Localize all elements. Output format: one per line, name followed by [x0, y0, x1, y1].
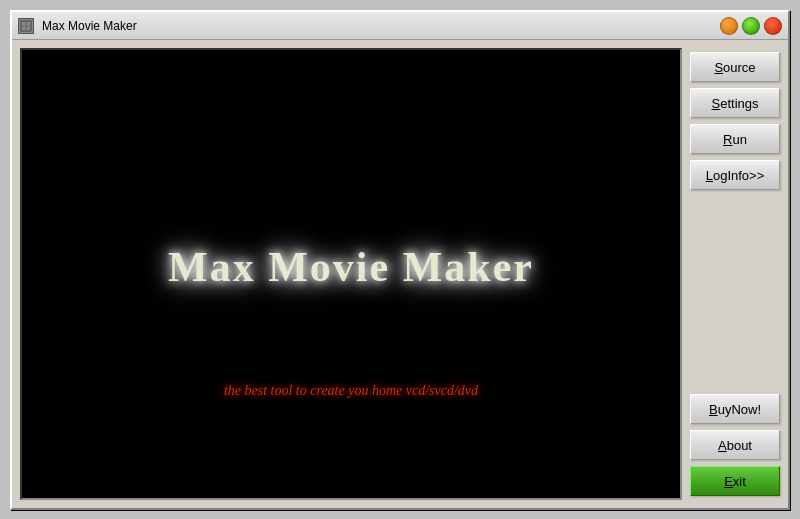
loginfo-button[interactable]: LogInfo>>: [690, 160, 780, 190]
window-title: Max Movie Maker: [42, 19, 712, 33]
window-content: Max Movie Maker the best tool to create …: [12, 40, 788, 508]
exit-button[interactable]: Exit: [690, 466, 780, 496]
sidebar: Source Settings Run LogInfo>> BuyNow! Ab…: [690, 48, 780, 500]
sidebar-spacer: [690, 196, 780, 388]
settings-button[interactable]: Settings: [690, 88, 780, 118]
maximize-button[interactable]: [742, 17, 760, 35]
source-button[interactable]: Source: [690, 52, 780, 82]
video-main-title: Max Movie Maker: [168, 243, 534, 291]
video-preview: Max Movie Maker the best tool to create …: [20, 48, 682, 500]
window-controls: [720, 17, 782, 35]
buynow-button[interactable]: BuyNow!: [690, 394, 780, 424]
video-subtitle: the best tool to create you home vcd/svc…: [224, 383, 478, 399]
minimize-button[interactable]: [720, 17, 738, 35]
main-window: Max Movie Maker Max Movie Maker the best…: [10, 10, 790, 510]
title-bar: Max Movie Maker: [12, 12, 788, 40]
close-button[interactable]: [764, 17, 782, 35]
app-icon: [18, 18, 34, 34]
run-button[interactable]: Run: [690, 124, 780, 154]
about-button[interactable]: About: [690, 430, 780, 460]
